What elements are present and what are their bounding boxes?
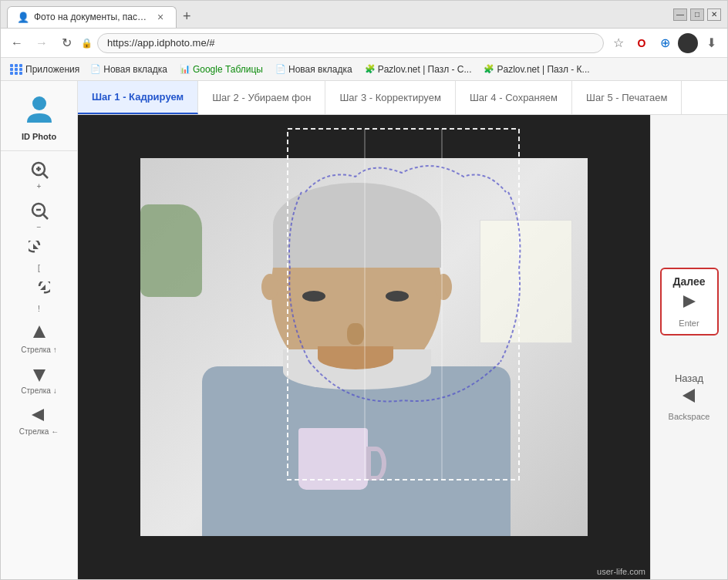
back-nav-button[interactable]: ←	[7, 33, 27, 53]
ssl-lock-icon: 🔒	[81, 38, 93, 49]
apps-dot	[10, 72, 13, 75]
logo-area[interactable]: ID Photo	[1, 87, 77, 151]
id-photo-logo-svg	[24, 93, 55, 124]
rotate-right-label: !	[38, 305, 40, 313]
tab-area: 👤 Фото на документы, паспорта, × +	[7, 2, 721, 28]
plant-bg	[140, 204, 202, 297]
step-1-label: Шаг 1 - Кадрируем	[92, 91, 184, 103]
apps-dot	[15, 68, 18, 71]
rotate-right-button[interactable]: !	[8, 277, 70, 318]
back-label: Назад	[675, 373, 703, 384]
vpn-icon[interactable]: ⊕	[655, 33, 675, 53]
svg-marker-8	[33, 244, 39, 249]
browser-window: 👤 Фото на документы, паспорта, × + — □ ✕…	[0, 0, 728, 580]
arrow-left-button[interactable]: Стрелка ←	[8, 400, 70, 440]
forward-nav-button[interactable]: →	[32, 33, 52, 53]
ear-left	[261, 274, 278, 300]
bookmark-pazlov-2[interactable]: 🧩 Pazlov.net | Пазл - К...	[479, 62, 594, 76]
arrow-right-icon	[679, 291, 700, 312]
bookmark-label: Pazlov.net | Пазл - С...	[378, 64, 472, 75]
tab-close-button[interactable]: ×	[154, 11, 167, 23]
minimize-button[interactable]: —	[673, 8, 687, 21]
bookmark-icon: 🧩	[365, 64, 376, 74]
apps-dot	[19, 72, 22, 75]
zoom-out-button[interactable]: −	[8, 195, 70, 236]
reload-button[interactable]: ↻	[56, 33, 76, 53]
arrow-up-button[interactable]: Стрелка ↑	[8, 318, 70, 359]
step-3-label: Шаг 3 - Корректируем	[339, 92, 440, 103]
step-1[interactable]: Шаг 1 - Кадрируем	[78, 81, 198, 114]
arrow-up-icon	[29, 322, 50, 344]
bookmark-icon: 📄	[275, 64, 286, 74]
bookmark-icon: 📊	[180, 64, 190, 74]
arrow-left-label: Стрелка ←	[19, 427, 59, 436]
rotate-left-label: [	[38, 264, 40, 272]
address-bar-icons: ☆ O ⊕ ⬇	[608, 33, 721, 53]
svg-marker-16	[683, 295, 696, 308]
new-tab-button[interactable]: +	[177, 6, 197, 28]
arrow-left-back-icon	[679, 386, 699, 406]
apps-button[interactable]: Приложения	[7, 62, 83, 76]
arrow-down-label: Стрелка ↓	[21, 386, 56, 395]
steps-and-canvas: Шаг 1 - Кадрируем Шаг 2 - Убираем фон Ша…	[78, 81, 727, 579]
bookmarks-bar: Приложения 📄 Новая вкладка 📊 Google Табл…	[1, 58, 727, 81]
photo-canvas: user-life.com	[78, 115, 650, 579]
smile	[318, 346, 393, 369]
svg-marker-10	[33, 325, 46, 338]
right-panel: Далее Enter Назад	[650, 115, 727, 579]
arrow-down-button[interactable]: Стрелка ↓	[8, 359, 70, 400]
bookmark-icon: 🧩	[484, 64, 494, 74]
apps-grid-icon	[10, 64, 23, 75]
bookmark-pazlov-1[interactable]: 🧩 Pazlov.net | Пазл - С...	[360, 62, 477, 76]
svg-marker-17	[682, 389, 695, 403]
watermark: user-life.com	[597, 567, 645, 576]
next-button[interactable]: Далее Enter	[660, 268, 719, 336]
nose	[347, 323, 364, 345]
bookmark-icon: 📄	[90, 64, 101, 74]
canvas-area: user-life.com Далее Enter Наз	[78, 115, 727, 579]
back-button[interactable]: Назад Backspace	[660, 366, 719, 427]
active-tab[interactable]: 👤 Фото на документы, паспорта, ×	[7, 6, 177, 28]
apps-dot	[15, 72, 18, 75]
step-5[interactable]: Шаг 5 - Печатаем	[572, 81, 682, 114]
bookmark-new-tab-2[interactable]: 📄 Новая вкладка	[271, 62, 357, 76]
step-2-label: Шаг 2 - Убираем фон	[212, 92, 311, 103]
svg-marker-9	[40, 285, 46, 290]
profile-circle[interactable]	[678, 33, 698, 53]
zoom-out-icon	[29, 200, 50, 221]
sidebar: ID Photo + −	[1, 81, 78, 579]
title-bar: 👤 Фото на документы, паспорта, × + — □ ✕	[1, 1, 727, 29]
rotate-left-button[interactable]: [	[8, 236, 70, 277]
mug-handle	[366, 447, 386, 481]
apps-dot	[19, 68, 22, 71]
eye-right	[386, 291, 409, 302]
step-2[interactable]: Шаг 2 - Убираем фон	[198, 81, 325, 114]
person-photo	[140, 158, 588, 536]
logo-icon	[24, 93, 55, 130]
zoom-in-label: +	[37, 182, 42, 191]
maximize-button[interactable]: □	[690, 8, 704, 21]
rotate-left-icon	[29, 241, 50, 262]
apps-label: Приложения	[25, 64, 79, 75]
steps-bar: Шаг 1 - Кадрируем Шаг 2 - Убираем фон Ша…	[78, 81, 727, 115]
bookmark-star-icon[interactable]: ☆	[608, 33, 629, 53]
address-input[interactable]	[97, 33, 604, 53]
opera-icon: O	[632, 33, 652, 53]
svg-marker-11	[33, 369, 46, 382]
zoom-in-icon	[29, 159, 50, 180]
main-content: ID Photo + −	[1, 81, 727, 579]
zoom-out-label: −	[37, 223, 42, 231]
bookmark-label: Новая вкладка	[288, 64, 352, 75]
zoom-in-button[interactable]: +	[8, 154, 70, 195]
step-3[interactable]: Шаг 3 - Корректируем	[325, 81, 455, 114]
eye-left	[302, 291, 325, 302]
next-arrow-icon	[679, 291, 700, 317]
bookmark-new-tab-1[interactable]: 📄 Новая вкладка	[86, 62, 172, 76]
arrow-down-icon	[29, 363, 50, 385]
ear-right	[435, 274, 452, 300]
download-icon[interactable]: ⬇	[701, 33, 721, 53]
step-4[interactable]: Шаг 4 - Сохраняем	[456, 81, 572, 114]
close-button[interactable]: ✕	[707, 8, 721, 21]
bookmark-sheets[interactable]: 📊 Google Таблицы	[175, 62, 268, 76]
window-controls: — □ ✕	[673, 8, 721, 21]
